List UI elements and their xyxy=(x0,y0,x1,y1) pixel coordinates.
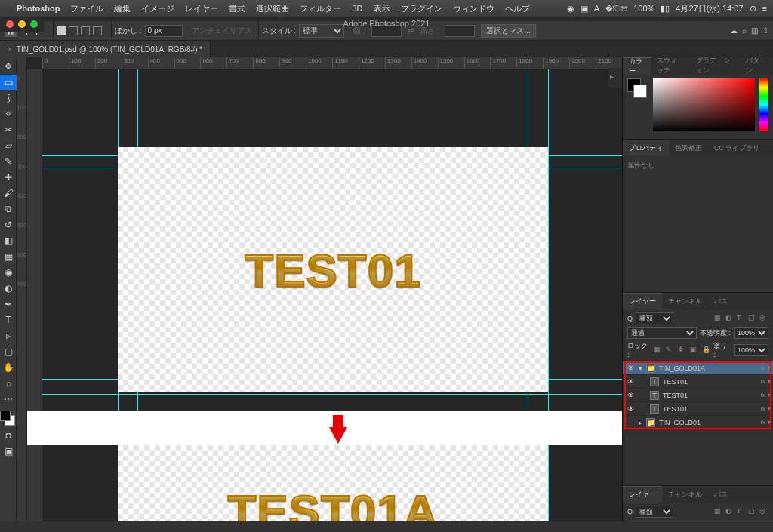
eyedropper-tool[interactable]: ✎ xyxy=(0,154,17,169)
marquee-tool[interactable]: ▭ xyxy=(0,75,17,90)
tab-gradients[interactable]: グラデーション xyxy=(690,57,740,74)
blend-mode-select[interactable]: 通過 xyxy=(627,327,697,339)
guide[interactable] xyxy=(42,394,622,395)
tab-layers-2[interactable]: レイヤー xyxy=(623,486,662,503)
tab-adjustments[interactable]: 色調補正 xyxy=(669,140,708,156)
status-control-center-icon[interactable]: ≡ xyxy=(762,4,767,13)
status-datetime[interactable]: 4月27日(水) 14:07 xyxy=(676,3,743,14)
status-ime-icon[interactable]: A xyxy=(594,4,599,13)
cloud-icon[interactable]: ☁ xyxy=(730,26,738,35)
status-wifi-icon[interactable]: �ািত xyxy=(605,4,627,14)
screenmode-toggle[interactable]: ▣ xyxy=(0,444,17,459)
color-field[interactable] xyxy=(653,78,755,131)
tab-paths-2[interactable]: パス xyxy=(708,486,734,503)
app-name[interactable]: Photoshop xyxy=(17,4,60,13)
filter-smart-icon[interactable]: ◎ xyxy=(759,314,768,323)
crop-tool[interactable]: ✂ xyxy=(0,122,17,137)
hand-tool[interactable]: ✋ xyxy=(0,360,17,375)
menu-plugin[interactable]: プラグイン xyxy=(401,3,442,14)
sel-add-icon[interactable] xyxy=(69,26,78,35)
lock-paint-icon[interactable]: ✎ xyxy=(666,346,675,355)
lasso-tool[interactable]: ⟆ xyxy=(0,91,17,106)
layer-filter-select[interactable]: 種類 xyxy=(636,312,673,324)
menu-select[interactable]: 選択範囲 xyxy=(256,3,289,14)
filter-shape-icon[interactable]: ▢ xyxy=(748,314,757,323)
gradient-tool[interactable]: ▦ xyxy=(0,249,17,264)
menu-window[interactable]: ウィンドウ xyxy=(453,3,494,14)
tab-layers[interactable]: レイヤー xyxy=(623,293,662,309)
filter-type-icon[interactable]: T xyxy=(737,507,746,516)
menu-layer[interactable]: レイヤー xyxy=(185,3,218,14)
document-tab[interactable]: × TIN_GOLD01.psd @ 100% (TIN_GOLD01A, RG… xyxy=(0,41,211,57)
edit-toolbar[interactable]: ⋯ xyxy=(0,392,17,407)
fill-select[interactable]: 100% xyxy=(734,344,768,356)
close-tab-icon[interactable]: × xyxy=(8,45,12,54)
filter-shape-icon[interactable]: ▢ xyxy=(748,507,757,516)
sel-sub-icon[interactable] xyxy=(81,26,90,35)
sel-new-icon[interactable] xyxy=(57,26,66,35)
filter-pixel-icon[interactable]: ▦ xyxy=(714,507,723,516)
canvas-area[interactable]: 0100200300400500600700800900100011001200… xyxy=(27,57,622,521)
search-icon[interactable]: ⌕ xyxy=(742,26,747,35)
lock-artb-icon[interactable]: ▣ xyxy=(690,346,699,355)
opacity-select[interactable]: 100% xyxy=(734,327,768,339)
pen-tool[interactable]: ✒ xyxy=(0,297,17,312)
style-select[interactable]: 標準 xyxy=(299,24,344,38)
layer-filter-select-2[interactable]: 種類 xyxy=(636,506,673,518)
tab-paths[interactable]: パス xyxy=(708,293,734,309)
guide[interactable] xyxy=(548,69,549,521)
hue-slider[interactable] xyxy=(759,78,768,131)
filter-smart-icon[interactable]: ◎ xyxy=(759,507,768,516)
type-tool[interactable]: T xyxy=(0,312,17,328)
zoom-tool[interactable]: ⌕ xyxy=(0,376,17,391)
menu-help[interactable]: ヘルプ xyxy=(505,3,530,14)
eraser-tool[interactable]: ◧ xyxy=(0,233,17,248)
tab-channels[interactable]: チャンネル xyxy=(662,293,708,309)
dock-icon[interactable]: ▸ xyxy=(610,72,621,83)
ruler-vertical[interactable] xyxy=(27,69,42,521)
window-zoom-button[interactable] xyxy=(30,20,38,28)
menu-filter[interactable]: フィルター xyxy=(300,3,341,14)
blur-tool[interactable]: ◉ xyxy=(0,265,17,280)
move-tool[interactable]: ✥ xyxy=(0,59,17,74)
filter-adjust-icon[interactable]: ◐ xyxy=(725,507,735,516)
menu-3d[interactable]: 3D xyxy=(352,4,362,13)
filter-pixel-icon[interactable]: ▦ xyxy=(714,314,723,323)
history-brush-tool[interactable]: ↺ xyxy=(0,217,17,232)
fg-bg-swatch[interactable] xyxy=(627,78,648,134)
lock-all-icon[interactable]: 🔒 xyxy=(702,346,711,355)
dodge-tool[interactable]: ◐ xyxy=(0,281,17,296)
lock-trans-icon[interactable]: ▦ xyxy=(654,346,663,355)
menu-edit[interactable]: 編集 xyxy=(114,3,131,14)
workspace-icon[interactable]: ▥ xyxy=(751,26,758,35)
menu-file[interactable]: ファイル xyxy=(70,3,103,14)
tab-properties[interactable]: プロパティ xyxy=(623,140,669,156)
menu-type[interactable]: 書式 xyxy=(229,3,245,14)
collapsed-panel-dock[interactable]: ▸ xyxy=(608,68,622,88)
filter-adjust-icon[interactable]: ◐ xyxy=(725,314,735,323)
tab-color[interactable]: カラー xyxy=(623,57,651,74)
tab-channels-2[interactable]: チャンネル xyxy=(662,486,708,503)
heal-tool[interactable]: ✚ xyxy=(0,170,17,185)
wand-tool[interactable]: ✧ xyxy=(0,106,17,121)
quickmask-toggle[interactable]: ◘ xyxy=(0,428,17,443)
tab-libraries[interactable]: CC ライブラリ xyxy=(708,140,766,156)
sel-int-icon[interactable] xyxy=(93,26,102,35)
window-minimize-button[interactable] xyxy=(18,20,26,28)
path-tool[interactable]: ▹ xyxy=(0,328,17,343)
stamp-tool[interactable]: ⧉ xyxy=(0,201,17,217)
share-icon[interactable]: ⇧ xyxy=(762,26,768,35)
select-and-mask-button[interactable]: 選択とマス... xyxy=(481,24,535,38)
tab-patterns[interactable]: パターン xyxy=(740,57,773,74)
filter-type-icon[interactable]: T xyxy=(737,314,746,323)
status-spotlight-icon[interactable]: ⊙ xyxy=(750,4,756,14)
tab-swatches[interactable]: スウォッチ xyxy=(651,57,690,74)
feather-input[interactable] xyxy=(145,25,183,37)
shape-tool[interactable]: ▢ xyxy=(0,344,17,359)
lock-pos-icon[interactable]: ✥ xyxy=(678,346,687,355)
ruler-horizontal[interactable]: 0100200300400500600700800900100011001200… xyxy=(42,57,622,69)
color-swatches[interactable] xyxy=(0,411,17,427)
window-close-button[interactable] xyxy=(6,20,14,28)
brush-tool[interactable]: 🖌 xyxy=(0,186,17,201)
frame-tool[interactable]: ▱ xyxy=(0,138,17,153)
